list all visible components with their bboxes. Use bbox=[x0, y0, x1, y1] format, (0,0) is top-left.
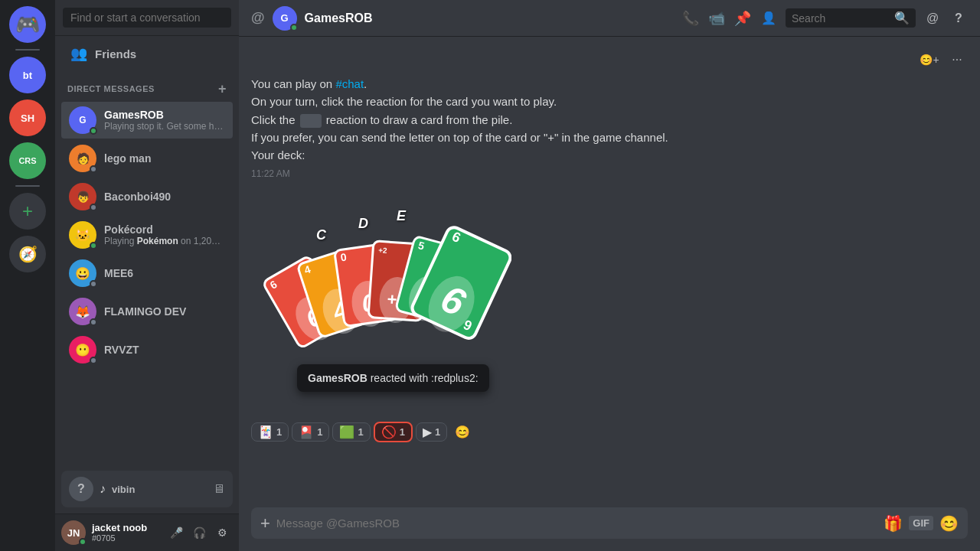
card-label-d: D bbox=[358, 216, 368, 232]
avatar-legoman: 🧑 bbox=[69, 145, 96, 172]
dm-item-pokecord[interactable]: 🐱 Pokécord Playing Pokémon on 1,200,2... bbox=[61, 217, 233, 253]
dm-search-area bbox=[55, 0, 239, 36]
server-icon-sh[interactable]: SH bbox=[9, 99, 46, 136]
add-reaction-button[interactable]: 😊 bbox=[450, 421, 475, 442]
dm-item-legoman[interactable]: 🧑 lego man bbox=[61, 140, 233, 177]
dm-status-gamesrob: Playing stop it. Get some hel... bbox=[104, 121, 225, 132]
app: 🎮 bt SH CRS + 🧭 👥 Friends bbox=[0, 0, 980, 551]
status-dot-legoman bbox=[90, 165, 97, 173]
dm-info-bacon: Baconboi490 bbox=[104, 191, 225, 203]
add-attachment-button[interactable]: + bbox=[260, 509, 270, 538]
reaction-2[interactable]: 🎴 1 bbox=[292, 422, 329, 442]
dm-item-bacon[interactable]: 👦 Baconboi490 bbox=[61, 178, 233, 215]
add-dm-button[interactable]: + bbox=[218, 82, 227, 96]
dm-info-legoman: lego man bbox=[104, 152, 225, 165]
friends-nav-item[interactable]: 👥 Friends bbox=[61, 39, 233, 68]
msg-line-2: On your turn, click the reaction for the… bbox=[251, 93, 968, 110]
avatar-flamingo: 🦊 bbox=[69, 298, 96, 325]
reaction-count-4: 1 bbox=[400, 426, 405, 438]
dm-item-rvvzt[interactable]: 😶 RVVZT bbox=[61, 331, 233, 368]
gif-button[interactable]: GIF bbox=[909, 516, 933, 530]
reaction-emoji-1: 🃏 bbox=[258, 425, 273, 439]
status-dot-bacon bbox=[90, 204, 97, 211]
username: jacket noob bbox=[92, 522, 159, 534]
user-avatar[interactable]: JN bbox=[61, 520, 86, 545]
explore-icon: 🧭 bbox=[18, 245, 38, 263]
dm-name-flamingo: FLAMINGO DEV bbox=[104, 305, 225, 318]
status-dot-gamesrob bbox=[90, 127, 97, 135]
reaction-count-5: 1 bbox=[435, 426, 440, 438]
server-icon-bt[interactable]: bt bbox=[9, 57, 46, 93]
dm-item-flamingo[interactable]: 🦊 FLAMINGO DEV bbox=[61, 293, 233, 330]
reaction-3[interactable]: 🟩 1 bbox=[332, 422, 370, 442]
dm-panel: 👥 Friends DIRECT MESSAGES + G GamesROB P… bbox=[55, 0, 239, 551]
reaction-1[interactable]: 🃏 1 bbox=[251, 422, 289, 442]
dm-section-header: DIRECT MESSAGES + bbox=[55, 71, 239, 99]
avatar-bacon: 👦 bbox=[69, 183, 96, 210]
chat-header-avatar: G bbox=[273, 6, 297, 31]
message-actions-top: 😊+ ··· bbox=[251, 49, 968, 70]
msg-line-5: Your deck: bbox=[251, 146, 968, 164]
status-dot-mee6 bbox=[90, 280, 97, 288]
uno-cards-svg: 6 6 4 4 0 0 bbox=[251, 185, 511, 361]
reactions-area: 🃏 1 🎴 1 🟩 1 🚫 1 ▶ 1 bbox=[251, 421, 968, 442]
chat-link[interactable]: #chat bbox=[335, 77, 364, 90]
header-search-input[interactable] bbox=[792, 12, 891, 24]
message-input-area: + 🎁 GIF 😊 bbox=[239, 507, 980, 551]
user-tag: #0705 bbox=[92, 533, 159, 543]
tooltip-username: GamesROB bbox=[308, 372, 368, 384]
message-options-btn[interactable]: ··· bbox=[946, 49, 968, 70]
mic-button[interactable]: 🎤 bbox=[165, 522, 187, 543]
user-status-dot bbox=[79, 538, 87, 546]
status-dot-pokecord bbox=[90, 242, 97, 249]
msg-line-3: Click the reaction to draw a card from t… bbox=[251, 111, 968, 129]
add-reaction-top-btn[interactable]: 😊+ bbox=[919, 49, 940, 70]
input-actions: 🎁 GIF 😊 bbox=[884, 514, 959, 533]
search-input[interactable] bbox=[63, 8, 231, 28]
reaction-emoji-2: 🎴 bbox=[299, 425, 314, 439]
vibin-question-icon: ? bbox=[69, 477, 93, 501]
message-input[interactable] bbox=[276, 507, 877, 539]
dm-info-rvvzt: RVVZT bbox=[104, 344, 225, 356]
headset-button[interactable]: 🎧 bbox=[188, 522, 210, 543]
emoji-button[interactable]: 😊 bbox=[939, 514, 959, 533]
vibin-label: vibin bbox=[112, 484, 135, 495]
reaction-5[interactable]: ▶ 1 bbox=[416, 422, 447, 442]
discord-home-button[interactable]: 🎮 bbox=[9, 6, 46, 43]
video-button[interactable]: 📹 bbox=[707, 9, 726, 28]
dm-status-pokecord: Playing Pokémon on 1,200,2... bbox=[104, 236, 225, 246]
server-icon-crs[interactable]: CRS bbox=[9, 142, 46, 179]
server-label-sh: SH bbox=[21, 112, 34, 124]
chat-messages: 😊+ ··· You can play on #chat. On your tu… bbox=[239, 37, 980, 507]
add-friend-button[interactable]: 👤 bbox=[760, 9, 778, 28]
explore-servers-button[interactable]: 🧭 bbox=[9, 236, 46, 272]
pin-button[interactable]: 📌 bbox=[733, 9, 752, 28]
chat-header: @ G GamesROB 📞 📹 📌 👤 🔍 @ ? bbox=[239, 0, 980, 37]
message-text-block: You can play on #chat. On your turn, cli… bbox=[251, 73, 968, 167]
status-dot-flamingo bbox=[90, 318, 97, 326]
settings-button[interactable]: ⚙ bbox=[211, 522, 233, 543]
gift-button[interactable]: 🎁 bbox=[884, 514, 903, 533]
add-server-button[interactable]: + bbox=[9, 193, 46, 230]
reaction-4[interactable]: 🚫 1 bbox=[374, 422, 413, 442]
dm-name-legoman: lego man bbox=[104, 152, 225, 165]
inbox-button[interactable]: @ bbox=[923, 9, 942, 28]
help-button[interactable]: ? bbox=[949, 9, 968, 28]
friends-label: Friends bbox=[95, 47, 136, 60]
dm-item-gamesrob[interactable]: G GamesROB Playing stop it. Get some hel… bbox=[61, 102, 233, 139]
vibin-section[interactable]: ? ♪ vibin 🖥 bbox=[61, 471, 233, 507]
call-button[interactable]: 📞 bbox=[681, 9, 700, 28]
dm-item-mee6[interactable]: 😀 MEE6 bbox=[61, 255, 233, 292]
server-separator bbox=[15, 49, 40, 51]
msg-line-4: If you prefer, you can send the letter o… bbox=[251, 129, 968, 146]
message-input-wrap: + 🎁 GIF 😊 bbox=[251, 507, 968, 539]
dm-name-rvvzt: RVVZT bbox=[104, 344, 225, 356]
reaction-emoji-3: 🟩 bbox=[339, 425, 354, 439]
reaction-count-1: 1 bbox=[276, 426, 282, 438]
dm-name-pokecord: Pokécord bbox=[104, 223, 225, 236]
vibin-screen-icon: 🖥 bbox=[213, 482, 225, 496]
dm-header-label: DIRECT MESSAGES bbox=[67, 84, 155, 93]
uno-cards-area: C D E 6 6 4 bbox=[251, 185, 527, 384]
card-label-e: E bbox=[397, 208, 406, 224]
reaction-emoji-4: 🚫 bbox=[381, 425, 397, 439]
